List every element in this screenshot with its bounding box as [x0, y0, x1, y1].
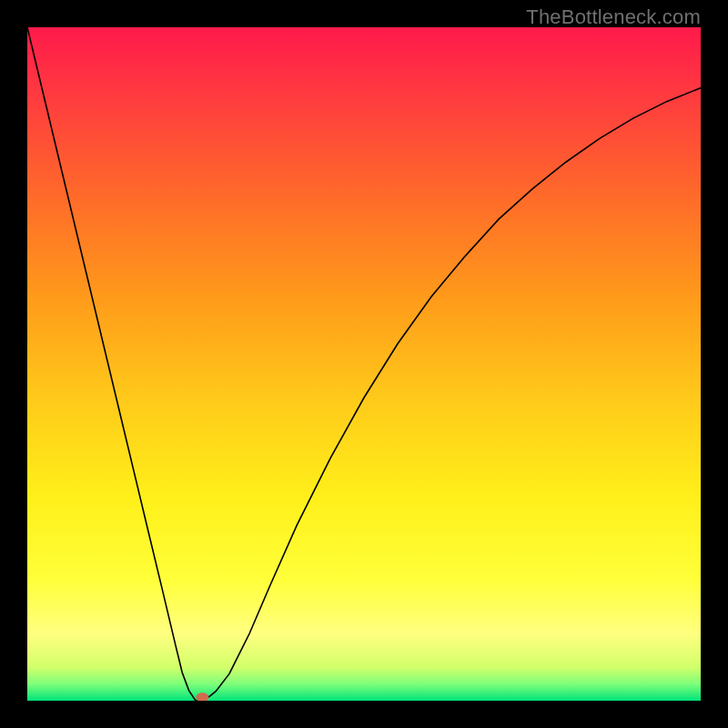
watermark-text: TheBottleneck.com [526, 5, 701, 29]
bottleneck-chart [27, 27, 701, 701]
chart-frame [27, 27, 701, 701]
chart-background [27, 27, 701, 701]
